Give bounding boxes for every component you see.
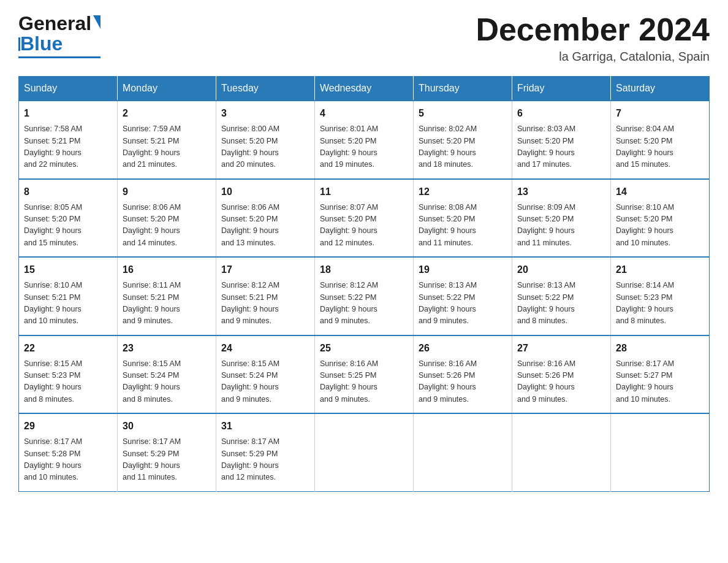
daylight-minutes: and 9 minutes. (221, 316, 271, 325)
day-number: 1 (24, 106, 112, 121)
calendar-week-row-4: 22 Sunrise: 8:15 AM Sunset: 5:23 PM Dayl… (19, 335, 710, 414)
calendar-day-13: 13 Sunrise: 8:09 AM Sunset: 5:20 PM Dayl… (512, 179, 611, 258)
daylight-label: Daylight: 9 hours (123, 305, 180, 313)
sunset-label: Sunset: 5:20 PM (123, 215, 179, 223)
calendar-day-20: 20 Sunrise: 8:13 AM Sunset: 5:22 PM Dayl… (512, 257, 611, 335)
day-number: 16 (123, 262, 211, 277)
sunset-label: Sunset: 5:20 PM (320, 215, 376, 223)
sunset-label: Sunset: 5:21 PM (24, 293, 80, 302)
daylight-label: Daylight: 9 hours (616, 383, 673, 391)
daylight-label: Daylight: 9 hours (517, 148, 575, 157)
sunrise-label: Sunrise: 8:12 AM (221, 281, 279, 289)
calendar-day-16: 16 Sunrise: 8:11 AM Sunset: 5:21 PM Dayl… (118, 257, 216, 335)
calendar-day-17: 17 Sunrise: 8:12 AM Sunset: 5:21 PM Dayl… (216, 257, 315, 335)
calendar-day-12: 12 Sunrise: 8:08 AM Sunset: 5:20 PM Dayl… (414, 179, 512, 258)
calendar-day-22: 22 Sunrise: 8:15 AM Sunset: 5:23 PM Dayl… (19, 335, 118, 414)
daylight-label: Daylight: 9 hours (517, 305, 575, 313)
daylight-label: Daylight: 9 hours (123, 226, 180, 235)
day-info: Sunrise: 8:14 AM Sunset: 5:23 PM Dayligh… (616, 280, 704, 327)
daylight-label: Daylight: 9 hours (419, 226, 476, 235)
daylight-label: Daylight: 9 hours (24, 148, 82, 157)
daylight-minutes: and 15 minutes. (616, 160, 670, 169)
daylight-minutes: and 10 minutes. (616, 395, 670, 404)
day-number: 15 (24, 262, 112, 277)
calendar-week-row-3: 15 Sunrise: 8:10 AM Sunset: 5:21 PM Dayl… (19, 257, 710, 335)
sunset-label: Sunset: 5:25 PM (320, 371, 376, 380)
day-number: 18 (320, 262, 408, 277)
sunrise-label: Sunrise: 8:11 AM (123, 281, 181, 289)
sunset-label: Sunset: 5:28 PM (24, 450, 80, 458)
sunrise-label: Sunrise: 8:16 AM (419, 359, 477, 368)
daylight-label: Daylight: 9 hours (320, 383, 377, 391)
day-info: Sunrise: 8:07 AM Sunset: 5:20 PM Dayligh… (320, 202, 408, 250)
calendar-day-header-saturday: Saturday (611, 77, 710, 101)
day-info: Sunrise: 8:16 AM Sunset: 5:25 PM Dayligh… (320, 358, 408, 406)
calendar-empty-cell (414, 413, 512, 491)
calendar-day-25: 25 Sunrise: 8:16 AM Sunset: 5:25 PM Dayl… (315, 335, 414, 414)
calendar-day-27: 27 Sunrise: 8:16 AM Sunset: 5:26 PM Dayl… (512, 335, 611, 414)
sunset-label: Sunset: 5:22 PM (419, 293, 475, 302)
calendar-day-1: 1 Sunrise: 7:58 AM Sunset: 5:21 PM Dayli… (19, 101, 118, 179)
daylight-minutes: and 20 minutes. (221, 160, 276, 169)
sunset-label: Sunset: 5:21 PM (123, 137, 179, 145)
sunset-label: Sunset: 5:20 PM (221, 215, 278, 223)
day-info: Sunrise: 8:12 AM Sunset: 5:22 PM Dayligh… (320, 280, 408, 327)
day-number: 6 (517, 106, 605, 121)
daylight-minutes: and 15 minutes. (24, 239, 78, 247)
day-number: 10 (221, 185, 309, 199)
day-info: Sunrise: 8:00 AM Sunset: 5:20 PM Dayligh… (221, 123, 309, 171)
sunrise-label: Sunrise: 8:10 AM (616, 203, 674, 212)
calendar-day-10: 10 Sunrise: 8:06 AM Sunset: 5:20 PM Dayl… (216, 179, 315, 258)
sunset-label: Sunset: 5:22 PM (320, 293, 376, 302)
daylight-minutes: and 8 minutes. (123, 395, 173, 404)
day-number: 25 (320, 341, 408, 356)
day-number: 27 (517, 341, 605, 356)
day-number: 24 (221, 341, 309, 356)
daylight-minutes: and 18 minutes. (419, 160, 473, 169)
calendar-day-header-monday: Monday (118, 77, 216, 101)
calendar-week-row-1: 1 Sunrise: 7:58 AM Sunset: 5:21 PM Dayli… (19, 101, 710, 179)
day-number: 12 (419, 185, 507, 199)
calendar-day-header-thursday: Thursday (414, 77, 512, 101)
sunrise-label: Sunrise: 8:17 AM (24, 437, 82, 446)
sunset-label: Sunset: 5:23 PM (24, 371, 80, 380)
calendar-empty-cell (611, 413, 710, 491)
calendar-day-28: 28 Sunrise: 8:17 AM Sunset: 5:27 PM Dayl… (611, 335, 710, 414)
sunset-label: Sunset: 5:24 PM (123, 371, 179, 380)
day-info: Sunrise: 8:08 AM Sunset: 5:20 PM Dayligh… (419, 202, 507, 250)
sunset-label: Sunset: 5:20 PM (517, 137, 574, 145)
day-number: 7 (616, 106, 704, 121)
daylight-minutes: and 17 minutes. (517, 160, 572, 169)
sunrise-label: Sunrise: 8:04 AM (616, 124, 674, 133)
daylight-minutes: and 11 minutes. (517, 239, 572, 247)
day-info: Sunrise: 8:17 AM Sunset: 5:28 PM Dayligh… (24, 436, 112, 484)
calendar-empty-cell (512, 413, 611, 491)
daylight-label: Daylight: 9 hours (123, 383, 180, 391)
calendar-day-header-tuesday: Tuesday (216, 77, 315, 101)
day-number: 31 (221, 419, 309, 434)
sunrise-label: Sunrise: 7:59 AM (123, 124, 181, 133)
sunrise-label: Sunrise: 8:02 AM (419, 124, 477, 133)
day-number: 14 (616, 185, 704, 199)
daylight-label: Daylight: 9 hours (24, 226, 82, 235)
daylight-label: Daylight: 9 hours (320, 305, 377, 313)
sunrise-label: Sunrise: 8:12 AM (320, 281, 378, 289)
calendar-day-18: 18 Sunrise: 8:12 AM Sunset: 5:22 PM Dayl… (315, 257, 414, 335)
calendar-day-6: 6 Sunrise: 8:03 AM Sunset: 5:20 PM Dayli… (512, 101, 611, 179)
daylight-label: Daylight: 9 hours (221, 461, 279, 470)
calendar-week-row-5: 29 Sunrise: 8:17 AM Sunset: 5:28 PM Dayl… (19, 413, 710, 491)
daylight-label: Daylight: 9 hours (517, 226, 575, 235)
sunrise-label: Sunrise: 8:15 AM (123, 359, 181, 368)
sunrise-label: Sunrise: 8:06 AM (123, 203, 181, 212)
calendar-day-8: 8 Sunrise: 8:05 AM Sunset: 5:20 PM Dayli… (19, 179, 118, 258)
location-text: la Garriga, Catalonia, Spain (476, 50, 710, 64)
sunrise-label: Sunrise: 8:05 AM (24, 203, 82, 212)
day-info: Sunrise: 8:10 AM Sunset: 5:20 PM Dayligh… (616, 202, 704, 250)
sunrise-label: Sunrise: 8:17 AM (221, 437, 279, 446)
sunrise-label: Sunrise: 8:14 AM (616, 281, 674, 289)
daylight-minutes: and 8 minutes. (24, 395, 74, 404)
day-number: 11 (320, 185, 408, 199)
calendar-day-19: 19 Sunrise: 8:13 AM Sunset: 5:22 PM Dayl… (414, 257, 512, 335)
sunset-label: Sunset: 5:21 PM (24, 137, 80, 145)
daylight-minutes: and 9 minutes. (419, 316, 469, 325)
